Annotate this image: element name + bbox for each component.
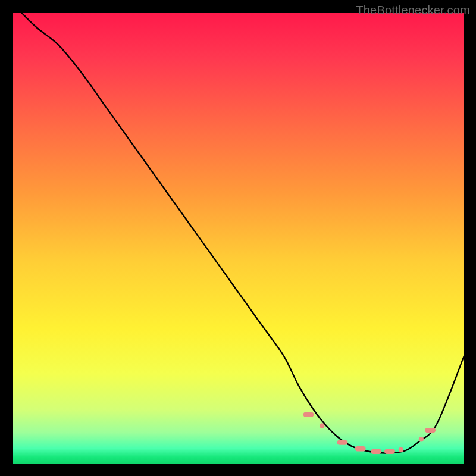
curve-marker: [303, 412, 314, 416]
curve-marker: [355, 446, 366, 451]
curve-marker: [399, 447, 403, 452]
curve-marker: [337, 440, 347, 444]
chart-stage: TheBottlenecker.com: [0, 0, 476, 476]
gradient-background: [13, 13, 464, 464]
watermark-text: TheBottlenecker.com: [356, 4, 470, 17]
curve-marker: [425, 428, 436, 433]
curve-marker: [320, 423, 324, 428]
chart-svg: [13, 13, 464, 464]
curve-marker: [371, 449, 381, 454]
plot-area: [13, 13, 464, 464]
curve-marker: [384, 449, 395, 454]
curve-marker: [419, 437, 424, 441]
